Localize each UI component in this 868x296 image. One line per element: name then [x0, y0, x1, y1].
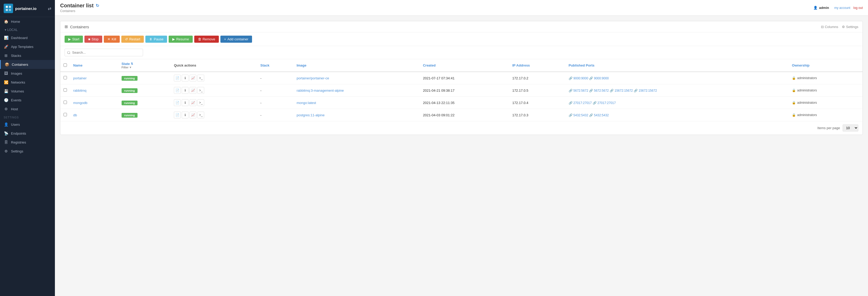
qa-stats-1[interactable]: 📈 — [190, 87, 196, 94]
restart-button[interactable]: ↺ Restart — [121, 36, 144, 43]
row-image: portainer/portainer-ce — [293, 72, 420, 84]
qa-console-2[interactable]: >_ — [197, 99, 204, 106]
row-quick-actions: 📄 ℹ 📈 >_ — [171, 97, 257, 109]
qa-console-3[interactable]: >_ — [197, 112, 204, 118]
row-state: running — [118, 97, 171, 109]
row-ip: 172.17.0.2 — [509, 72, 565, 84]
sidebar-item-volumes[interactable]: 💾 Volumes — [0, 87, 55, 96]
remove-label: Remove — [203, 37, 215, 41]
image-link-3[interactable]: postgres:11-alpine — [297, 113, 324, 117]
container-name-link-3[interactable]: db — [73, 113, 77, 117]
qa-inspect-0[interactable]: ℹ — [182, 75, 188, 81]
th-ip: IP Address — [509, 59, 565, 72]
restart-label: Restart — [129, 37, 140, 41]
image-link-1[interactable]: rabbitmq:3-management-alpine — [297, 88, 344, 92]
ownership-label-2: administrators — [797, 101, 817, 105]
app-templates-icon: 🚀 — [4, 45, 8, 49]
search-input[interactable] — [65, 49, 143, 56]
start-label: Start — [72, 37, 79, 41]
refresh-icon[interactable]: ↻ — [96, 3, 99, 8]
qa-stats-2[interactable]: 📈 — [190, 99, 196, 106]
sidebar-item-endpoints[interactable]: 📡 Endpoints — [0, 129, 55, 138]
topbar-admin: 👤 admin — [813, 6, 829, 10]
sidebar-item-home[interactable]: 🏠 Home — [0, 17, 55, 26]
row-stack: - — [257, 109, 293, 121]
containers-table: Name State ⇅ Filter ▼ — [60, 59, 863, 121]
kill-icon: ✕ — [107, 37, 110, 41]
kill-button[interactable]: ✕ Kill — [104, 36, 120, 43]
container-name-link-1[interactable]: rabbitmq — [73, 88, 87, 92]
row-image: mongo:latest — [293, 97, 420, 109]
qa-stats-3[interactable]: 📈 — [190, 112, 196, 118]
pause-button[interactable]: ⏸ Pause — [145, 36, 167, 43]
sidebar-item-settings[interactable]: ⚙ Settings — [0, 147, 55, 156]
my-account-link[interactable]: my account — [834, 6, 850, 10]
row-image: postgres:11-alpine — [293, 109, 420, 121]
port-link-1-3[interactable]: 🔗 15672:15672 — [634, 89, 657, 92]
sidebar-item-dashboard[interactable]: 📊 Dashboard — [0, 33, 55, 42]
row-select-checkbox-3[interactable] — [64, 113, 67, 116]
sidebar-item-networks[interactable]: 🔀 Networks — [0, 78, 55, 87]
start-button[interactable]: ▶ Start — [65, 36, 83, 43]
qa-logs-0[interactable]: 📄 — [174, 75, 181, 81]
port-link-1-1[interactable]: 🔗 5672:5672 — [589, 89, 609, 92]
sidebar-local-header: ▾ LOCAL — [0, 26, 55, 33]
stop-button[interactable]: ■ Stop — [85, 36, 102, 43]
qa-inspect-3[interactable]: ℹ — [182, 112, 188, 118]
settings-button[interactable]: ⚙ Settings — [842, 25, 858, 29]
sidebar-item-users[interactable]: 👤 Users — [0, 120, 55, 129]
row-select-checkbox-2[interactable] — [64, 101, 67, 104]
row-select-checkbox-1[interactable] — [64, 88, 67, 92]
th-image-label: Image — [297, 63, 306, 67]
port-link-1-0[interactable]: 🔗 5672:5672 — [569, 89, 588, 92]
sidebar-item-events[interactable]: 🕐 Events — [0, 96, 55, 105]
th-stack: Stack — [257, 59, 293, 72]
qa-stats-0[interactable]: 📈 — [190, 75, 196, 81]
columns-button[interactable]: ⊟ Columns — [821, 25, 838, 29]
port-link-0-1[interactable]: 🔗 9000:9000 — [589, 77, 609, 80]
sidebar-item-stacks[interactable]: ⊞ Stacks — [0, 51, 55, 60]
sort-icon[interactable]: ⇅ — [131, 62, 133, 65]
local-arrow-icon: ▾ — [5, 28, 6, 32]
port-link-0-0[interactable]: 🔗 9000:9000 — [569, 77, 588, 80]
table-footer: Items per page 10 25 50 100 — [60, 121, 863, 135]
port-link-3-1[interactable]: 🔗 5432:5432 — [589, 113, 609, 117]
qa-logs-2[interactable]: 📄 — [174, 99, 181, 106]
resume-button[interactable]: ▶ Resume — [168, 36, 192, 43]
items-per-page-select[interactable]: 10 25 50 100 — [843, 125, 858, 132]
qa-console-0[interactable]: >_ — [197, 75, 204, 81]
restart-icon: ↺ — [125, 37, 128, 41]
row-state: running — [118, 109, 171, 121]
content: ⊞ Containers ⊟ Columns ⚙ Settings — [55, 16, 868, 296]
port-link-1-2[interactable]: 🔗 15672:15672 — [610, 89, 633, 92]
sidebar-item-images[interactable]: 🖼 Images — [0, 69, 55, 78]
qa-logs-3[interactable]: 📄 — [174, 112, 181, 118]
sidebar-item-registries[interactable]: 🗄 Registries — [0, 138, 55, 147]
sidebar-item-app-templates[interactable]: 🚀 App Templates — [0, 42, 55, 51]
sidebar-item-containers-label: Containers — [12, 62, 28, 66]
row-name: db — [70, 109, 118, 121]
sidebar-item-host[interactable]: ⚙ Host — [0, 105, 55, 113]
sidebar-item-networks-label: Networks — [11, 80, 25, 84]
filter-icon[interactable]: ▼ — [129, 66, 132, 69]
stacks-icon: ⊞ — [4, 53, 8, 58]
add-container-button[interactable]: + Add container — [220, 36, 252, 43]
log-out-link[interactable]: log out — [854, 6, 863, 10]
qa-inspect-1[interactable]: ℹ — [182, 87, 188, 94]
row-select-checkbox-0[interactable] — [64, 76, 67, 79]
container-name-link-0[interactable]: portainer — [73, 76, 87, 80]
port-link-2-1[interactable]: 🔗 27017:27017 — [593, 101, 616, 105]
remove-button[interactable]: 🗑 Remove — [194, 36, 219, 43]
ownership-icon-3: 🔒 — [792, 113, 796, 117]
qa-inspect-2[interactable]: ℹ — [182, 99, 188, 106]
qa-console-1[interactable]: >_ — [197, 87, 204, 94]
select-all-checkbox[interactable] — [64, 63, 67, 67]
sidebar-item-containers[interactable]: 📦 Containers — [0, 60, 55, 69]
image-link-0[interactable]: portainer/portainer-ce — [297, 76, 329, 80]
port-link-2-0[interactable]: 🔗 27017:27017 — [569, 101, 592, 105]
images-icon: 🖼 — [4, 71, 8, 76]
image-link-2[interactable]: mongo:latest — [297, 101, 316, 105]
port-link-3-0[interactable]: 🔗 5432:5432 — [569, 113, 588, 117]
container-name-link-2[interactable]: mongodb — [73, 101, 87, 105]
qa-logs-1[interactable]: 📄 — [174, 87, 181, 94]
